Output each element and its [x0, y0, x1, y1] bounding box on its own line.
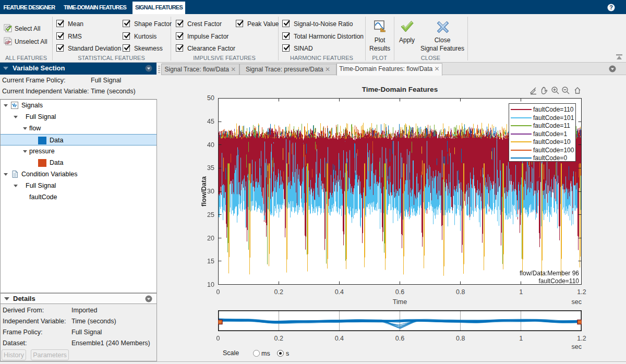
svg-text:?: ?: [609, 4, 613, 10]
